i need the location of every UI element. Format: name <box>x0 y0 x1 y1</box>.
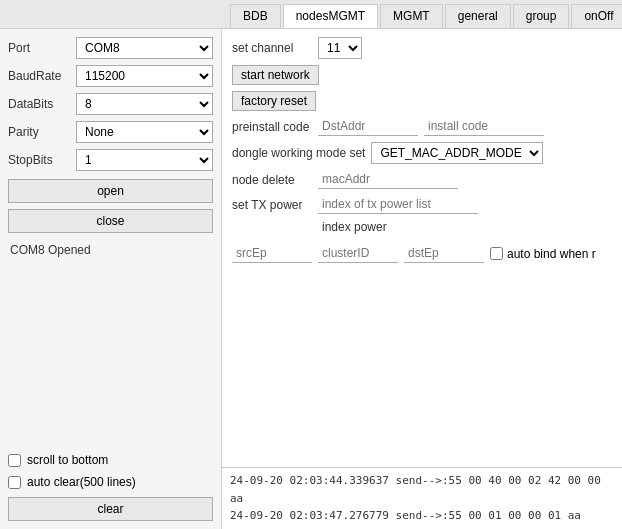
set-tx-label: set TX power <box>232 198 312 212</box>
preinstall-label: preinstall code <box>232 120 312 134</box>
tab-nodesmgmt[interactable]: nodesMGMT <box>283 4 378 28</box>
start-network-button[interactable]: start network <box>232 65 319 85</box>
set-channel-row: set channel 10 11 12 13 14 15 16 17 18 1… <box>232 37 612 59</box>
baudrate-select[interactable]: 115200 9600 38400 <box>76 65 213 87</box>
tab-group[interactable]: group <box>513 4 570 28</box>
left-panel: Port COM8 BaudRate 115200 9600 38400 Dat… <box>0 29 222 529</box>
node-delete-row: node delete <box>232 170 612 189</box>
auto-bind-row: auto bind when r <box>490 247 596 261</box>
dongle-mode-select[interactable]: GET_MAC_ADDR_MODE COORDINATOR_MODE ROUTE… <box>371 142 543 164</box>
parity-row: Parity None Even Odd <box>8 121 213 143</box>
clear-button[interactable]: clear <box>8 497 213 521</box>
install-code-input[interactable] <box>424 117 544 136</box>
factory-reset-button[interactable]: factory reset <box>232 91 316 111</box>
log-line-1: 24-09-20 02:03:44.339637 send-->:55 00 4… <box>230 472 614 507</box>
tab-onoff[interactable]: onOff <box>571 4 622 28</box>
index-power-label: index power <box>322 220 387 234</box>
index-power-row: index power <box>232 220 612 234</box>
main-container: BDB nodesMGMT MGMT general group onOff P… <box>0 0 622 529</box>
mac-addr-input[interactable] <box>318 170 458 189</box>
baudrate-row: BaudRate 115200 9600 38400 <box>8 65 213 87</box>
dongle-mode-label: dongle working mode set <box>232 146 365 160</box>
stopbits-select[interactable]: 1 2 <box>76 149 213 171</box>
set-tx-row: set TX power <box>232 195 612 214</box>
dongle-mode-row: dongle working mode set GET_MAC_ADDR_MOD… <box>232 142 612 164</box>
tab-mgmt[interactable]: MGMT <box>380 4 443 28</box>
auto-clear-checkbox[interactable] <box>8 476 21 489</box>
databits-row: DataBits 8 7 6 <box>8 93 213 115</box>
port-label: Port <box>8 41 72 55</box>
right-panel: set channel 10 11 12 13 14 15 16 17 18 1… <box>222 29 622 467</box>
channel-select[interactable]: 10 11 12 13 14 15 16 17 18 19 20 25 26 <box>318 37 362 59</box>
start-network-row: start network <box>232 65 612 85</box>
close-button[interactable]: close <box>8 209 213 233</box>
cluster-id-input[interactable] <box>318 244 398 263</box>
tab-bar: BDB nodesMGMT MGMT general group onOff <box>0 0 622 29</box>
auto-bind-checkbox[interactable] <box>490 247 503 260</box>
tab-bdb[interactable]: BDB <box>230 4 281 28</box>
log-line-2: 24-09-20 02:03:47.276779 send-->:55 00 0… <box>230 507 614 525</box>
scroll-to-bottom-label: scroll to bottom <box>27 453 108 467</box>
dst-addr-input[interactable] <box>318 117 418 136</box>
parity-select[interactable]: None Even Odd <box>76 121 213 143</box>
factory-reset-row: factory reset <box>232 91 612 111</box>
scroll-to-bottom-checkbox[interactable] <box>8 454 21 467</box>
bind-row: auto bind when r <box>232 244 612 263</box>
tab-general[interactable]: general <box>445 4 511 28</box>
node-delete-label: node delete <box>232 173 312 187</box>
preinstall-row: preinstall code <box>232 117 612 136</box>
auto-bind-label: auto bind when r <box>507 247 596 261</box>
tx-power-input[interactable] <box>318 195 478 214</box>
databits-label: DataBits <box>8 97 72 111</box>
status-text: COM8 Opened <box>8 241 213 259</box>
port-row: Port COM8 <box>8 37 213 59</box>
stopbits-label: StopBits <box>8 153 72 167</box>
auto-clear-label: auto clear(500 lines) <box>27 475 136 489</box>
stopbits-row: StopBits 1 2 <box>8 149 213 171</box>
open-button[interactable]: open <box>8 179 213 203</box>
src-ep-input[interactable] <box>232 244 312 263</box>
content-row: Port COM8 BaudRate 115200 9600 38400 Dat… <box>0 29 622 529</box>
scroll-to-bottom-row: scroll to bottom <box>8 453 213 467</box>
channel-label: set channel <box>232 41 312 55</box>
baudrate-label: BaudRate <box>8 69 72 83</box>
log-area: 24-09-20 02:03:44.339637 send-->:55 00 4… <box>222 467 622 529</box>
auto-clear-row: auto clear(500 lines) <box>8 475 213 489</box>
port-select[interactable]: COM8 <box>76 37 213 59</box>
databits-select[interactable]: 8 7 6 <box>76 93 213 115</box>
parity-label: Parity <box>8 125 72 139</box>
dst-ep-input[interactable] <box>404 244 484 263</box>
